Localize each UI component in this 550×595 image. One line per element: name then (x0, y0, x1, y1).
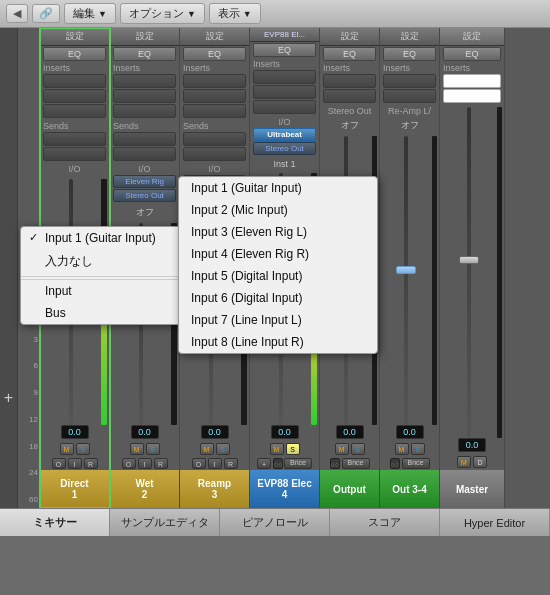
output-eq-btn[interactable]: EQ (323, 47, 376, 61)
output-solo-btn[interactable]: S (351, 443, 365, 455)
output-oo-btn[interactable]: ○○ (330, 458, 340, 469)
master-settings-btn[interactable]: 設定 (440, 28, 504, 46)
direct-settings-btn[interactable]: 設定 (40, 28, 109, 46)
submenu-input1[interactable]: Input 1 (Guitar Input) (179, 177, 377, 199)
output-mute-btn[interactable]: M (335, 443, 349, 455)
wet-send-2[interactable] (113, 147, 176, 161)
reamp-send-2[interactable] (183, 147, 246, 161)
evp88-mute-btn[interactable]: M (270, 443, 284, 455)
view-menu-button[interactable]: 表示 ▼ (209, 3, 261, 24)
evp88-channel-name[interactable]: EVP88 Elec 4 (250, 470, 319, 508)
direct-channel-name[interactable]: Direct 1 (40, 470, 109, 508)
direct-o-btn[interactable]: O (52, 458, 66, 469)
master-fader-knob[interactable] (459, 256, 479, 264)
master-d-btn[interactable]: D (473, 456, 487, 468)
options-menu-button[interactable]: オプション ▼ (120, 3, 205, 24)
menu-item-input[interactable]: Input (21, 279, 199, 302)
wet-r-btn[interactable]: R (154, 458, 168, 469)
out34-insert-1[interactable] (383, 74, 436, 88)
reamp-insert-2[interactable] (183, 89, 246, 103)
out34-fader-knob[interactable] (396, 266, 416, 274)
reamp-o-btn[interactable]: O (192, 458, 206, 469)
evp88-ultrabeat-btn[interactable]: Ultrabeat (253, 128, 316, 141)
wet-stereo-out-btn[interactable]: Stereo Out (113, 189, 176, 202)
output-bnce-btn[interactable]: Bnce (342, 458, 370, 469)
direct-eq-btn[interactable]: EQ (43, 47, 106, 61)
reamp-send-1[interactable] (183, 132, 246, 146)
output-settings-btn[interactable]: 設定 (320, 28, 379, 46)
master-eq-btn[interactable]: EQ (443, 47, 501, 61)
back-button[interactable]: ◀ (6, 4, 28, 23)
wet-settings-btn[interactable]: 設定 (110, 28, 179, 46)
tab-hyper-editor[interactable]: Hyper Editor (440, 509, 550, 536)
evp88-insert-2[interactable] (253, 85, 316, 99)
wet-mute-btn[interactable]: M (130, 443, 144, 455)
wet-insert-2[interactable] (113, 89, 176, 103)
submenu-input3[interactable]: Input 3 (Eleven Rig L) (179, 221, 377, 243)
submenu-input6[interactable]: Input 6 (Digital Input) (179, 287, 377, 309)
out34-eq-btn[interactable]: EQ (383, 47, 436, 61)
wet-channel-name[interactable]: Wet 2 (110, 470, 179, 508)
evp88-oo-btn[interactable]: ○○ (273, 458, 283, 469)
evp88-plugin-btn[interactable]: EVP88 El... (250, 28, 319, 42)
output-insert-2[interactable] (323, 89, 376, 103)
wet-i-btn[interactable]: I (138, 458, 152, 469)
direct-insert-1[interactable] (43, 74, 106, 88)
out34-channel-name[interactable]: Out 3-4 (380, 470, 439, 508)
master-insert-2[interactable] (443, 89, 501, 103)
wet-insert-3[interactable] (113, 104, 176, 118)
evp88-insert-1[interactable] (253, 70, 316, 84)
out34-mute-btn[interactable]: M (395, 443, 409, 455)
evp88-stereo-out-btn[interactable]: Stereo Out (253, 142, 316, 155)
out34-solo-btn[interactable]: S (411, 443, 425, 455)
tab-mixer[interactable]: ミキサー (0, 509, 110, 536)
reamp-r-btn[interactable]: R (224, 458, 238, 469)
submenu-input7[interactable]: Input 7 (Line Input L) (179, 309, 377, 331)
master-mute-btn[interactable]: M (457, 456, 471, 468)
submenu-input2[interactable]: Input 2 (Mic Input) (179, 199, 377, 221)
reamp-eq-btn[interactable]: EQ (183, 47, 246, 61)
wet-eleven-rig-btn[interactable]: Eleven Rig (113, 175, 176, 188)
master-channel-name[interactable]: Master (440, 470, 504, 508)
submenu-input4[interactable]: Input 4 (Eleven Rig R) (179, 243, 377, 265)
out34-settings-btn[interactable]: 設定 (380, 28, 439, 46)
output-channel-name[interactable]: Output (320, 470, 379, 508)
out34-oo-btn[interactable]: ○○ (390, 458, 400, 469)
tab-sample-editor[interactable]: サンプルエディタ (110, 509, 220, 536)
output-insert-1[interactable] (323, 74, 376, 88)
direct-send-2[interactable] (43, 147, 106, 161)
wet-insert-1[interactable] (113, 74, 176, 88)
link-button[interactable]: 🔗 (32, 4, 60, 23)
evp88-insert-3[interactable] (253, 100, 316, 114)
direct-mute-btn[interactable]: M (60, 443, 74, 455)
direct-solo-btn[interactable]: S (76, 443, 90, 455)
edit-menu-button[interactable]: 編集 ▼ (64, 3, 116, 24)
reamp-insert-1[interactable] (183, 74, 246, 88)
direct-r-btn[interactable]: R (84, 458, 98, 469)
evp88-solo-btn[interactable]: S (286, 443, 300, 455)
wet-solo-btn[interactable]: S (146, 443, 160, 455)
menu-item-no-input[interactable]: 入力なし (21, 249, 199, 274)
reamp-channel-name[interactable]: Reamp 3 (180, 470, 249, 508)
direct-insert-2[interactable] (43, 89, 106, 103)
out34-insert-2[interactable] (383, 89, 436, 103)
menu-item-bus[interactable]: Bus (21, 302, 199, 324)
direct-i-btn[interactable]: I (68, 458, 82, 469)
menu-item-guitar-input[interactable]: Input 1 (Guitar Input) (21, 227, 199, 249)
evp88-eq-btn[interactable]: EQ (253, 43, 316, 57)
submenu-input8[interactable]: Input 8 (Line Input R) (179, 331, 377, 353)
wet-o-btn[interactable]: O (122, 458, 136, 469)
reamp-settings-btn[interactable]: 設定 (180, 28, 249, 46)
reamp-solo-btn[interactable]: S (216, 443, 230, 455)
add-channel-button[interactable]: + (0, 28, 18, 508)
reamp-insert-3[interactable] (183, 104, 246, 118)
reamp-mute-btn[interactable]: M (200, 443, 214, 455)
wet-send-1[interactable] (113, 132, 176, 146)
out34-bnce-btn[interactable]: Bnce (402, 458, 430, 469)
direct-send-1[interactable] (43, 132, 106, 146)
direct-insert-3[interactable] (43, 104, 106, 118)
tab-score[interactable]: スコア (330, 509, 440, 536)
evp88-plus-btn[interactable]: + (257, 458, 271, 469)
tab-piano-roll[interactable]: ピアノロール (220, 509, 330, 536)
reamp-i-btn[interactable]: I (208, 458, 222, 469)
